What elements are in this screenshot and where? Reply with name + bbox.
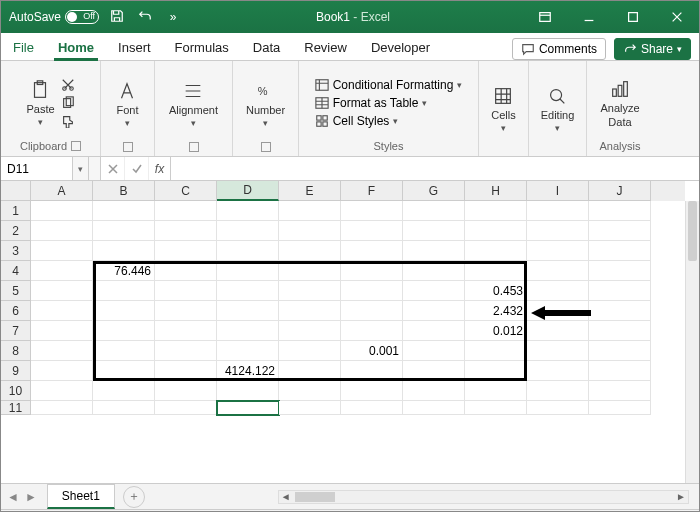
editing-dropdown-button[interactable]: Editing▾ bbox=[541, 85, 575, 133]
alignment-launcher[interactable] bbox=[189, 142, 199, 152]
cell-H6[interactable]: 2.432 bbox=[465, 301, 527, 321]
cell-styles-button[interactable]: Cell Styles▾ bbox=[315, 114, 399, 128]
ribbon-tabs: File Home Insert Formulas Data Review De… bbox=[1, 33, 699, 61]
column-header[interactable]: H bbox=[465, 181, 527, 201]
column-header[interactable]: C bbox=[155, 181, 217, 201]
number-dropdown-button[interactable]: % Number▾ bbox=[246, 80, 285, 128]
ribbon-display-icon[interactable] bbox=[523, 1, 567, 33]
title-bar: AutoSave Off » Book1 - Excel bbox=[1, 1, 699, 33]
tab-formulas[interactable]: Formulas bbox=[163, 35, 241, 60]
autosave-toggle[interactable]: AutoSave Off bbox=[9, 10, 99, 24]
group-clipboard: Paste▾ Clipboard bbox=[1, 61, 101, 156]
column-header[interactable]: F bbox=[341, 181, 403, 201]
overflow-icon[interactable]: » bbox=[163, 10, 183, 24]
svg-rect-1 bbox=[629, 13, 638, 22]
number-launcher[interactable] bbox=[261, 142, 271, 152]
share-button[interactable]: Share▾ bbox=[614, 38, 691, 60]
column-header[interactable]: G bbox=[403, 181, 465, 201]
paste-button[interactable]: Paste▾ bbox=[26, 79, 54, 127]
save-icon[interactable] bbox=[107, 9, 127, 26]
row-header[interactable]: 11 bbox=[1, 401, 31, 415]
row-header[interactable]: 10 bbox=[1, 381, 31, 401]
svg-rect-17 bbox=[613, 89, 617, 96]
svg-rect-9 bbox=[316, 79, 328, 90]
svg-rect-14 bbox=[323, 121, 327, 125]
tab-insert[interactable]: Insert bbox=[106, 35, 163, 60]
cell-H5[interactable]: 0.453 bbox=[465, 281, 527, 301]
copy-button[interactable] bbox=[61, 96, 75, 110]
close-icon[interactable] bbox=[655, 1, 699, 33]
spreadsheet-grid[interactable]: A B C D E F G H I J 1 2 3 4 5 6 7 8 9 10… bbox=[1, 181, 699, 483]
fx-button[interactable]: fx bbox=[149, 157, 171, 180]
maximize-icon[interactable] bbox=[611, 1, 655, 33]
cells-dropdown-button[interactable]: Cells▾ bbox=[491, 85, 515, 133]
group-font: Font▾ bbox=[101, 61, 155, 156]
group-styles: Conditional Formatting▾ Format as Table▾… bbox=[299, 61, 479, 156]
row-header[interactable]: 6 bbox=[1, 301, 31, 321]
add-sheet-button[interactable]: ＋ bbox=[123, 486, 145, 508]
svg-rect-19 bbox=[624, 81, 628, 96]
tab-home[interactable]: Home bbox=[46, 35, 106, 60]
cell-H7[interactable]: 0.012 bbox=[465, 321, 527, 341]
tab-review[interactable]: Review bbox=[292, 35, 359, 60]
format-as-table-button[interactable]: Format as Table▾ bbox=[315, 96, 428, 110]
column-header[interactable]: E bbox=[279, 181, 341, 201]
row-headers: 1 2 3 4 5 6 7 8 9 10 11 bbox=[1, 201, 31, 483]
column-header[interactable]: J bbox=[589, 181, 651, 201]
row-header[interactable]: 9 bbox=[1, 361, 31, 381]
sheet-tab-bar: ◄ ► Sheet1 ＋ ◄ ► bbox=[1, 483, 699, 509]
group-analysis: Analyze Data Analysis bbox=[587, 61, 653, 156]
cell-D11-selected[interactable] bbox=[217, 401, 279, 415]
row-header[interactable]: 8 bbox=[1, 341, 31, 361]
name-box[interactable]: D11 bbox=[1, 157, 73, 180]
format-painter-button[interactable] bbox=[61, 114, 75, 128]
cancel-formula-button[interactable] bbox=[101, 157, 125, 180]
group-cells: Cells▾ bbox=[479, 61, 529, 156]
ribbon: Paste▾ Clipboard Font▾ Alignment▾ % Numb… bbox=[1, 61, 699, 157]
clipboard-launcher[interactable] bbox=[71, 141, 81, 151]
sheet-tab[interactable]: Sheet1 bbox=[47, 484, 115, 509]
column-header[interactable]: B bbox=[93, 181, 155, 201]
formula-input[interactable] bbox=[171, 157, 699, 180]
font-dropdown-button[interactable]: Font▾ bbox=[116, 80, 138, 128]
window-title: Book1 - Excel bbox=[183, 10, 523, 24]
cell-B4[interactable]: 76.446 bbox=[93, 261, 155, 281]
row-header[interactable]: 7 bbox=[1, 321, 31, 341]
vertical-scrollbar[interactable] bbox=[685, 201, 699, 483]
column-header[interactable]: A bbox=[31, 181, 93, 201]
enter-formula-button[interactable] bbox=[125, 157, 149, 180]
column-header[interactable]: I bbox=[527, 181, 589, 201]
minimize-icon[interactable] bbox=[567, 1, 611, 33]
cell-D9[interactable]: 4124.122 bbox=[217, 361, 279, 381]
row-header[interactable]: 2 bbox=[1, 221, 31, 241]
cell-F8[interactable]: 0.001 bbox=[341, 341, 403, 361]
row-header[interactable]: 3 bbox=[1, 241, 31, 261]
cut-button[interactable] bbox=[61, 78, 75, 92]
row-header[interactable]: 4 bbox=[1, 261, 31, 281]
alignment-dropdown-button[interactable]: Alignment▾ bbox=[169, 80, 218, 128]
row-header[interactable]: 5 bbox=[1, 281, 31, 301]
comments-button[interactable]: Comments bbox=[512, 38, 606, 60]
name-box-dropdown[interactable]: ▾ bbox=[73, 157, 89, 180]
sheet-nav-prev-icon[interactable]: ◄ bbox=[7, 490, 19, 504]
svg-rect-13 bbox=[316, 121, 320, 125]
horizontal-scrollbar[interactable]: ◄ ► bbox=[278, 490, 689, 504]
conditional-formatting-button[interactable]: Conditional Formatting▾ bbox=[315, 78, 463, 92]
sheet-nav-next-icon[interactable]: ► bbox=[25, 490, 37, 504]
column-header[interactable]: D bbox=[217, 181, 279, 201]
formula-bar: D11 ▾ fx bbox=[1, 157, 699, 181]
autosave-switch[interactable]: Off bbox=[65, 10, 99, 24]
column-headers: A B C D E F G H I J bbox=[31, 181, 685, 201]
svg-rect-0 bbox=[540, 13, 551, 22]
tab-file[interactable]: File bbox=[1, 35, 46, 60]
row-header[interactable]: 1 bbox=[1, 201, 31, 221]
analyze-data-button[interactable]: Analyze Data bbox=[600, 78, 639, 128]
undo-icon[interactable] bbox=[135, 9, 155, 26]
select-all-corner[interactable] bbox=[1, 181, 31, 201]
cells-area[interactable]: 76.446 0.453 2.432 0.012 0.001 4124.122 bbox=[31, 201, 685, 483]
font-launcher[interactable] bbox=[123, 142, 133, 152]
tab-developer[interactable]: Developer bbox=[359, 35, 442, 60]
tab-data[interactable]: Data bbox=[241, 35, 292, 60]
svg-rect-15 bbox=[496, 88, 511, 103]
svg-rect-11 bbox=[316, 115, 320, 119]
